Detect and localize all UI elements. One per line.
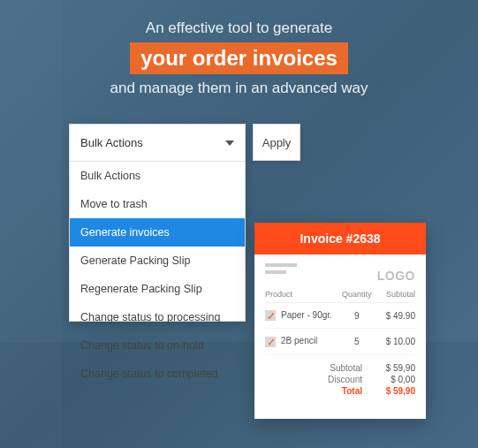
bulk-option[interactable]: Move to trash [70, 190, 245, 218]
bulk-actions-selected-label: Bulk Actions [80, 136, 143, 149]
check-icon [265, 337, 276, 347]
bulk-option[interactable]: Change status to completed [70, 360, 245, 388]
bulk-option[interactable]: Bulk Actions [70, 162, 245, 190]
check-icon [265, 310, 276, 321]
bulk-option[interactable]: Generate invoices [70, 218, 245, 247]
invoice-totals: Subtotal$ 59,90 Discount$ 0,00 Total$ 59… [265, 362, 415, 397]
total-value: $ 59,90 [378, 386, 415, 396]
bulk-option[interactable]: Change status to processing [70, 303, 245, 331]
col-quantity: Quantity [340, 286, 373, 303]
promo-canvas: An effective tool to generate your order… [0, 0, 478, 448]
bulk-actions-select[interactable]: Bulk Actions [70, 125, 245, 162]
bulk-option[interactable]: Generate Packing Slip [70, 247, 245, 275]
subtotal-label: Subtotal [318, 363, 362, 373]
chevron-down-icon [225, 140, 234, 146]
apply-button[interactable]: Apply [253, 124, 300, 161]
hero-text: An effective tool to generate your order… [0, 0, 478, 97]
total-label: Total [318, 386, 362, 396]
item-name: Paper - 90gr. [281, 310, 332, 320]
discount-value: $ 0,00 [378, 375, 415, 384]
hero-line-1: An effective tool to generate [0, 19, 478, 37]
invoice-preview: Invoice #2638 LOGO Product Quantity Subt… [254, 223, 426, 419]
bulk-actions-dropdown[interactable]: Bulk Actions Bulk Actions Move to trash … [69, 124, 246, 322]
col-product: Product [265, 286, 340, 303]
subtotal-value: $ 59,90 [378, 363, 415, 373]
invoice-logo: LOGO [377, 269, 415, 283]
invoice-title: Invoice #2638 [254, 223, 426, 254]
bulk-option[interactable]: Regenerate Packing Slip [70, 275, 245, 303]
hero-line-3: and manage them in an advanced way [0, 80, 478, 97]
item-subtotal: $ 49.90 [373, 303, 415, 329]
bulk-option[interactable]: Change status to on-hold [70, 331, 245, 360]
discount-label: Discount [318, 375, 362, 384]
table-row: Paper - 90gr. 9 $ 49.90 [265, 303, 415, 329]
hero-highlight: your order invoices [130, 42, 348, 74]
bulk-actions-option-list: Bulk Actions Move to trash Generate invo… [70, 162, 245, 321]
table-row: 2B pencil 5 $ 10.00 [265, 329, 415, 354]
item-qty: 5 [340, 329, 373, 354]
item-qty: 9 [340, 303, 373, 329]
item-subtotal: $ 10.00 [373, 329, 415, 354]
apply-button-label: Apply [262, 136, 292, 149]
col-subtotal: Subtotal [373, 286, 415, 303]
item-name: 2B pencil [281, 336, 317, 345]
invoice-items-table: Product Quantity Subtotal Paper - 90gr. … [265, 286, 415, 355]
